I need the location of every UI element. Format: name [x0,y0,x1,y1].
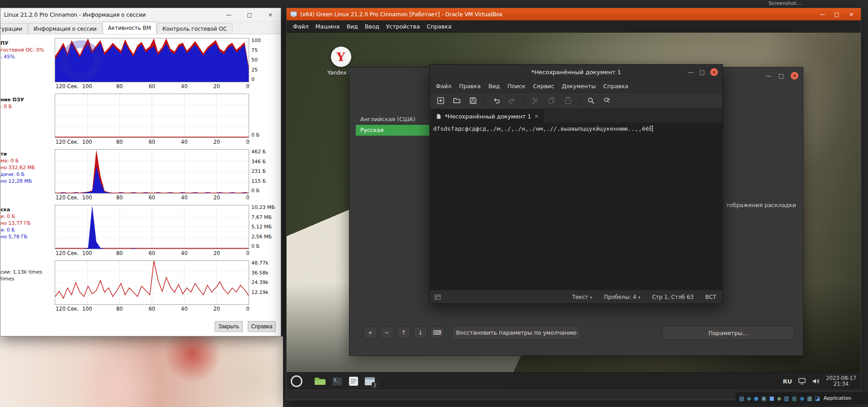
editor-menu-item[interactable]: Файл [436,83,452,90]
tray-icon[interactable]: ◈ [777,396,781,401]
session-tab[interactable]: Информация о сессии [28,23,102,34]
clock[interactable]: 2023-08-17 21:34 [826,375,856,387]
minimize-icon[interactable]: — [688,69,694,76]
tray-icon[interactable]: ▦ [792,396,797,401]
editor-titlebar[interactable]: *Несохранённый документ 1 — □ × [430,65,722,80]
layout-toolbar-button[interactable]: ↑ [397,327,410,339]
chevron-down-icon: ▾ [638,295,640,300]
session-tab[interactable]: гурации [0,23,28,34]
document-tab-label: *Несохранённый документ 1 [445,113,531,120]
x-axis-label: 40 [181,250,188,256]
cut-button[interactable] [530,96,540,106]
x-axis-label: 0 [246,83,249,90]
tray-icon[interactable]: ◉ [800,396,804,401]
vm-menu-item[interactable]: Ввод [365,23,379,30]
tab-width-dropdown[interactable]: Пробелы: 4▾ [604,294,640,300]
layout-toolbar-button[interactable]: + [363,327,377,339]
vm-menu-item[interactable]: Машина [316,23,340,30]
y-axis-label: 0 Б [251,188,281,194]
editor-menu-item[interactable]: Справка [604,83,628,90]
editor-text-area[interactable]: dfsdsfадсфсдфсд,./м,./,./н,./нм,.//.выав… [430,123,722,290]
layout-toolbar-button[interactable]: ↓ [414,327,427,339]
vm-window-titlebar[interactable]: (x64) Green Linux 21.2.0 Pro Cinnamon [Р… [287,8,861,20]
editor-menu-item[interactable]: Правка [459,83,481,90]
menu-button[interactable] [291,375,302,387]
y-axis-label: 0 Б [251,244,281,249]
open-button[interactable] [452,96,462,106]
tab-close-icon[interactable]: × [534,113,539,119]
document-icon [436,114,442,119]
close-icon[interactable]: × [260,8,281,21]
document-tab[interactable]: *Несохранённый документ 1 × [431,109,543,123]
vm-menu-item[interactable]: Устройства [386,23,420,30]
vm-menu-item[interactable]: Справка [427,23,452,30]
keyboard-layout-indicator[interactable]: RU [783,378,793,385]
y-axis-label: 75 [251,48,281,53]
session-tab[interactable]: Активность ВМ [103,22,157,34]
replace-button[interactable] [602,96,612,106]
layout-toolbar-button[interactable]: ⌨ [430,327,444,339]
new-document-button[interactable] [435,96,445,106]
highlight-mode-dropdown[interactable]: Текст▾ [572,294,592,300]
x-axis-label: 100 [82,250,92,256]
minimize-icon[interactable]: — [218,8,239,21]
maximize-icon[interactable]: □ [830,11,844,18]
tray-icon[interactable]: ▣ [761,396,766,401]
minimize-icon[interactable]: — [816,11,829,18]
maximize-icon[interactable]: □ [778,72,784,79]
tray-icon[interactable]: ◪ [815,396,820,401]
x-axis-label: 20 [213,306,220,312]
yandex-browser-icon: Y [331,47,351,67]
find-button[interactable] [586,96,596,106]
minimize-icon[interactable]: — [766,72,772,79]
paste-button[interactable] [563,96,573,106]
window-group-taskbar-icon[interactable]: 2 [364,377,375,386]
chart-label-fragment: но 12,28 МБ [0,178,55,185]
y-axis-label: 462 Б [251,149,281,155]
editor-menu-item[interactable]: Вид [488,83,500,90]
y-axis-label: 0 [251,77,281,82]
tray-icon[interactable]: ● [754,396,759,401]
layout-toolbar-button[interactable]: − [380,327,394,339]
vm-exits-plot [55,260,249,305]
chart-label-fragment: и: 0 Б [0,213,55,220]
maximize-icon[interactable]: □ [699,69,705,76]
help-button[interactable]: Справка [248,321,276,332]
chart-label-fragment: дачи: 0 Б [0,171,55,178]
close-icon[interactable]: × [710,68,718,76]
maximize-icon[interactable]: □ [239,8,260,21]
editor-menu-item[interactable]: Поиск [507,83,525,90]
tray-app-label[interactable]: Application [824,395,851,401]
editor-menu-item[interactable]: Сервис [533,83,554,90]
tray-icon[interactable]: ▤ [739,396,744,401]
copy-button[interactable] [547,96,557,106]
terminal-icon[interactable]: $_ [332,377,343,386]
session-window-title: Linux 21.2.0 Pro Cinnamon - Информация о… [0,12,218,18]
session-tab[interactable]: Контроль гостевой ОС [157,23,232,34]
options-button[interactable]: Параметры… [662,326,794,340]
editor-menu-item[interactable]: Документы [562,83,596,90]
session-window-titlebar[interactable]: Linux 21.2.0 Pro Cinnamon - Информация о… [0,8,281,22]
file-manager-icon[interactable] [314,377,326,386]
vm-menu-item[interactable]: Файл [293,23,309,30]
tray-icon[interactable]: ▥ [784,396,789,401]
x-axis-label: 100 [82,194,92,201]
close-icon[interactable]: × [844,11,858,18]
x-axis-label: 40 [181,139,188,145]
x-axis-label: 120 Сек. [56,194,79,201]
save-button[interactable] [468,96,478,106]
network-icon[interactable] [798,378,806,385]
undo-button[interactable] [491,96,501,106]
tray-icon[interactable]: ▩ [807,396,812,401]
close-button[interactable]: Закрыть [215,321,243,332]
y-axis-label [251,104,281,109]
text-editor-taskbar-icon[interactable] [349,376,359,386]
close-icon[interactable]: × [791,72,798,80]
tray-icon[interactable]: ■ [769,396,774,401]
volume-icon[interactable] [812,378,820,385]
redo-button[interactable] [507,96,517,106]
tray-icon[interactable]: ◆ [747,396,751,401]
vm-menu-item[interactable]: Вид [346,23,358,30]
restore-defaults-button[interactable]: Восстановить параметры по умолчанию [452,326,580,340]
side-panel-toggle-icon[interactable] [434,294,441,300]
